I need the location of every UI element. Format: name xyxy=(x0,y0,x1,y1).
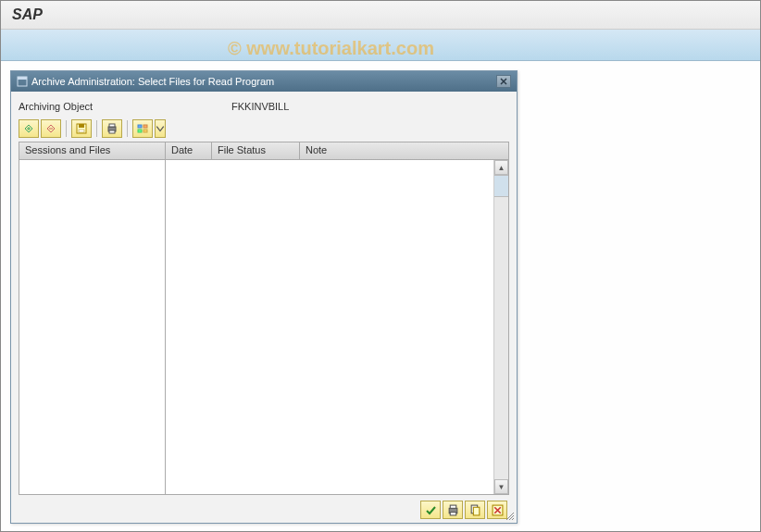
grid-body: ▲ ▼ xyxy=(19,160,508,494)
continue-button[interactable] xyxy=(420,501,441,519)
save-button[interactable] xyxy=(71,119,92,138)
svg-rect-13 xyxy=(450,505,456,508)
archiving-object-label: Archiving Object xyxy=(19,101,222,112)
grid-tree-pane[interactable] xyxy=(19,160,166,494)
popup-titlebar[interactable]: Archive Administration: Select Files for… xyxy=(11,71,517,92)
collapse-all-button[interactable] xyxy=(41,119,61,138)
scroll-down-button[interactable]: ▼ xyxy=(494,479,508,494)
svg-rect-14 xyxy=(450,512,456,514)
toolbar-separator xyxy=(66,120,67,137)
svg-rect-3 xyxy=(79,124,84,128)
window-menu-icon[interactable] xyxy=(17,76,28,87)
column-status[interactable]: File Status xyxy=(212,142,300,159)
footer-toolbar xyxy=(420,501,507,519)
grid-toolbar xyxy=(19,119,509,138)
svg-rect-1 xyxy=(18,77,27,80)
scroll-up-button[interactable]: ▲ xyxy=(494,160,508,175)
popup-window: Archive Administration: Select Files for… xyxy=(10,70,518,524)
vertical-scrollbar[interactable]: ▲ ▼ xyxy=(493,160,508,494)
close-icon xyxy=(500,78,507,85)
svg-rect-4 xyxy=(79,130,84,132)
column-sessions[interactable]: Sessions and Files xyxy=(19,142,166,159)
expand-all-icon xyxy=(23,123,34,134)
cancel-button[interactable] xyxy=(487,501,507,519)
archiving-object-value: FKKINVBILL xyxy=(231,101,289,112)
column-date[interactable]: Date xyxy=(166,142,212,159)
svg-rect-7 xyxy=(109,130,115,133)
print-footer-button[interactable] xyxy=(443,501,463,519)
check-icon xyxy=(425,504,437,516)
close-button[interactable] xyxy=(496,75,511,88)
print-icon xyxy=(106,123,118,134)
grid-data-pane[interactable]: ▲ ▼ xyxy=(166,160,508,494)
svg-rect-11 xyxy=(143,130,147,132)
svg-rect-9 xyxy=(143,125,147,128)
resize-handle-icon[interactable] xyxy=(505,512,515,521)
scroll-thumb[interactable] xyxy=(494,175,508,197)
svg-rect-8 xyxy=(138,125,142,128)
app-title: SAP xyxy=(12,6,43,22)
print-button[interactable] xyxy=(102,119,122,138)
layout-dropdown-button[interactable] xyxy=(155,119,166,138)
svg-rect-16 xyxy=(473,507,479,515)
column-note[interactable]: Note xyxy=(300,142,508,159)
svg-rect-6 xyxy=(109,124,115,127)
copy-button[interactable] xyxy=(465,501,485,519)
archiving-object-row: Archiving Object FKKINVBILL xyxy=(19,101,509,112)
expand-all-button[interactable] xyxy=(19,119,39,138)
data-grid: Sessions and Files Date File Status Note… xyxy=(19,142,509,495)
toolbar-separator xyxy=(127,120,128,137)
grid-header-row: Sessions and Files Date File Status Note xyxy=(19,142,508,160)
main-toolbar xyxy=(1,30,760,61)
svg-rect-10 xyxy=(138,130,142,132)
print-icon xyxy=(447,504,459,516)
layout-icon xyxy=(137,123,148,134)
app-header: SAP xyxy=(1,1,760,30)
toolbar-separator xyxy=(96,120,97,137)
chevron-down-icon xyxy=(156,123,165,134)
save-icon xyxy=(76,123,87,134)
scroll-track[interactable] xyxy=(494,197,508,479)
layout-button[interactable] xyxy=(132,119,153,138)
popup-title: Archive Administration: Select Files for… xyxy=(31,76,274,87)
cancel-icon xyxy=(492,504,504,516)
collapse-all-icon xyxy=(45,123,56,134)
copy-icon xyxy=(469,504,481,516)
